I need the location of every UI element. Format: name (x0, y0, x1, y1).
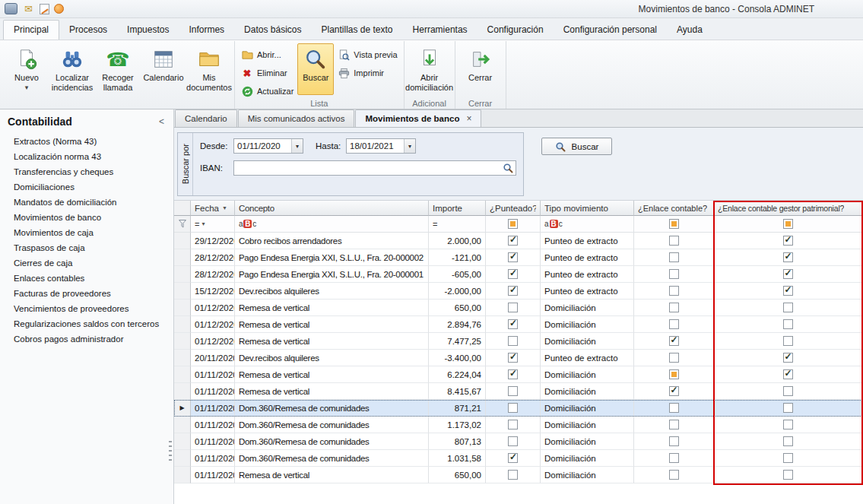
menu-tab-configuracion[interactable]: Configuración (478, 21, 554, 40)
table-row[interactable]: ▶01/11/2020Dom.360/Remesa de comunidades… (174, 400, 862, 417)
sidebar-item-traspasos-de-caja[interactable]: Traspasos de caja (0, 240, 173, 255)
enlace-gestor-checkbox[interactable] (783, 236, 793, 246)
menu-tab-herramientas[interactable]: Herramientas (403, 21, 478, 40)
enlace-contable-checkbox[interactable] (669, 286, 679, 296)
imprimir-button[interactable]: Imprimir (338, 67, 397, 79)
sidebar-item-movimientos-de-banco[interactable]: Movimientos de banco (0, 210, 173, 225)
punteado-checkbox[interactable] (508, 269, 518, 279)
enlace-contable-checkbox[interactable] (669, 436, 679, 446)
table-row[interactable]: 01/11/2020Dom.360/Remesa de comunidades8… (174, 433, 862, 450)
sidebar-item-cobros-pagos-administrador[interactable]: Cobros pagos administrador (0, 331, 173, 347)
tab-calendario[interactable]: Calendario (175, 109, 237, 127)
punteado-checkbox[interactable] (508, 252, 518, 262)
nuevo-button[interactable]: Nuevo ▾ (4, 43, 49, 95)
cerrar-button[interactable]: Cerrar (458, 43, 503, 95)
punteado-checkbox[interactable] (508, 470, 518, 480)
hasta-date-combo[interactable]: 18/01/2021 ▾ (346, 138, 416, 154)
enlace-contable-checkbox[interactable] (669, 453, 679, 463)
table-row[interactable]: 01/11/2020Dom.360/Remesa de comunidades1… (174, 417, 862, 433)
table-row[interactable]: 29/12/2020Cobro recibos arrendadores2.00… (174, 233, 862, 249)
filter-cell-tipo[interactable]: aBc (541, 216, 634, 233)
sidebar-splitter-handle[interactable] (169, 441, 172, 464)
table-row[interactable]: 01/11/2020Remesa de vertical8.415,67Domi… (174, 383, 862, 400)
eliminar-button[interactable]: ✖ Eliminar (241, 67, 293, 79)
mail-icon[interactable]: ✉ (22, 3, 35, 14)
filter-checkbox[interactable] (669, 219, 679, 229)
filter-cell-concepto[interactable]: aBc (235, 216, 429, 233)
column-header-tipo[interactable]: Tipo movimiento (541, 201, 634, 216)
sidebar-item-regularizaciones-saldos-con-terceros[interactable]: Regularizaciones saldos con terceros (0, 316, 173, 331)
column-header-concepto[interactable]: Concepto (235, 201, 429, 216)
sidebar-item-domiciliaciones[interactable]: Domiciliaciones (0, 179, 173, 195)
punteado-checkbox[interactable] (508, 286, 518, 296)
enlace-gestor-checkbox[interactable] (783, 369, 793, 379)
abrir-button[interactable]: Abrir... (241, 49, 293, 61)
enlace-contable-checkbox[interactable] (669, 319, 679, 329)
enlace-gestor-checkbox[interactable] (783, 336, 793, 346)
table-row[interactable]: 28/12/2020Pago Endesa Energia XXI, S.L.U… (174, 249, 862, 266)
punteado-checkbox[interactable] (508, 236, 518, 246)
menu-tab-procesos[interactable]: Procesos (59, 21, 117, 40)
chevron-down-icon[interactable]: ▾ (291, 139, 303, 153)
filter-cell-punteado[interactable] (486, 216, 541, 233)
filter-checkbox[interactable] (508, 219, 518, 229)
window-export-icon[interactable] (5, 3, 17, 14)
enlace-contable-checkbox[interactable] (669, 236, 679, 246)
table-row[interactable]: 15/12/2020Dev.recibos alquileres-2.000,0… (174, 283, 862, 300)
table-row[interactable]: 01/12/2020Remesa de vertical7.477,25Domi… (174, 333, 862, 350)
sidebar-item-vencimientos-de-proveedores[interactable]: Vencimientos de proveedores (0, 301, 173, 316)
enlace-gestor-checkbox[interactable] (783, 436, 793, 446)
localizar-incidencias-button[interactable]: Localizar incidencias (49, 43, 95, 95)
enlace-contable-checkbox[interactable] (669, 353, 679, 363)
enlace-gestor-checkbox[interactable] (783, 353, 793, 363)
filter-checkbox[interactable] (783, 219, 793, 229)
enlace-contable-checkbox[interactable] (669, 336, 679, 346)
table-row[interactable]: 01/12/2020Remesa de vertical650,00Domici… (174, 300, 862, 316)
recoger-llamada-button[interactable]: ☎ Recoger llamada (95, 43, 141, 95)
column-header-gestor[interactable]: ¿Enlace contable gestor patrimonial? (714, 201, 862, 216)
enlace-gestor-checkbox[interactable] (783, 470, 793, 480)
enlace-contable-checkbox[interactable] (669, 303, 679, 312)
iban-search-button[interactable] (500, 161, 516, 175)
column-header-importe[interactable]: Importe (429, 201, 486, 216)
tab-mis-comunicados-activos[interactable]: Mis comunicados activos (238, 109, 355, 127)
menu-tab-datos-basicos[interactable]: Datos básicos (234, 21, 311, 40)
table-row[interactable]: 01/11/2020Remesa de vertical6.224,04Domi… (174, 366, 862, 383)
column-header-punteado[interactable]: ¿Punteado? (486, 201, 541, 216)
buscar-button[interactable]: Buscar (541, 138, 612, 155)
column-header-fecha[interactable]: Fecha▼ (191, 201, 235, 216)
enlace-gestor-checkbox[interactable] (783, 303, 793, 312)
punteado-checkbox[interactable] (508, 453, 518, 463)
enlace-contable-checkbox[interactable] (669, 369, 679, 379)
sidebar-item-mandatos-de-domiciliacion[interactable]: Mandatos de domiciliación (0, 195, 173, 210)
enlace-gestor-checkbox[interactable] (783, 286, 793, 296)
punteado-checkbox[interactable] (508, 436, 518, 446)
enlace-gestor-checkbox[interactable] (783, 420, 793, 430)
calendario-button[interactable]: Calendario (141, 43, 186, 95)
filter-cell-importe[interactable]: = (429, 216, 486, 233)
menu-tab-informes[interactable]: Informes (179, 21, 234, 40)
record-icon[interactable] (54, 4, 64, 14)
table-row[interactable]: 01/11/2020Dom.360/Remesa de comunidades1… (174, 450, 862, 467)
enlace-contable-checkbox[interactable] (669, 420, 679, 430)
actualizar-button[interactable]: Actualizar (241, 85, 293, 97)
enlace-gestor-checkbox[interactable] (783, 319, 793, 329)
enlace-gestor-checkbox[interactable] (783, 403, 793, 413)
column-header-enlace[interactable]: ¿Enlace contable? (634, 201, 714, 216)
punteado-checkbox[interactable] (508, 319, 518, 329)
close-icon[interactable]: × (466, 113, 471, 124)
desde-date-combo[interactable]: 01/11/2020 ▾ (233, 138, 303, 154)
menu-tab-configuracion-personal[interactable]: Configuración personal (554, 21, 667, 40)
iban-input[interactable] (233, 160, 516, 176)
sidebar-item-facturas-de-proveedores[interactable]: Facturas de proveedores (0, 286, 173, 301)
enlace-contable-checkbox[interactable] (669, 403, 679, 413)
enlace-contable-checkbox[interactable] (669, 470, 679, 480)
menu-tab-impuestos[interactable]: Impuestos (117, 21, 179, 40)
punteado-checkbox[interactable] (508, 369, 518, 379)
enlace-contable-checkbox[interactable] (669, 252, 679, 262)
tab-movimientos-de-banco[interactable]: Movimientos de banco× (355, 109, 481, 127)
sidebar-item-transferencias-y-cheques[interactable]: Transferencias y cheques (0, 164, 173, 179)
buscar-ribbon-button[interactable]: Buscar (297, 43, 334, 95)
filter-cell-gestor[interactable] (714, 216, 862, 233)
sidebar-item-extractos-norma-43[interactable]: Extractos (Norma 43) (0, 134, 173, 149)
